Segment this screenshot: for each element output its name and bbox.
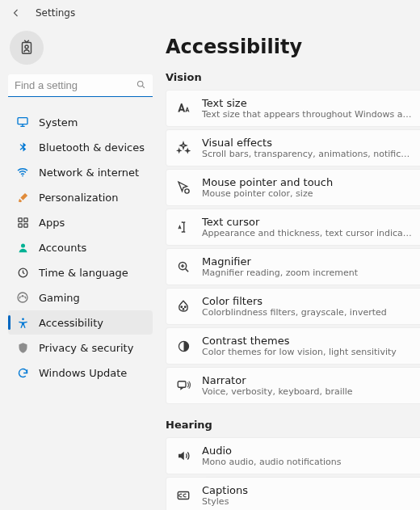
back-arrow-icon bbox=[11, 8, 21, 18]
search-input[interactable] bbox=[8, 74, 153, 97]
wifi-icon bbox=[16, 166, 29, 179]
svg-point-11 bbox=[18, 293, 27, 302]
sidebar-item-bluetooth[interactable]: Bluetooth & devices bbox=[8, 135, 153, 159]
card-subtitle: Appearance and thickness, text cursor in… bbox=[202, 228, 412, 238]
titlebar: Settings bbox=[0, 0, 420, 26]
sidebar-item-label: Accessibility bbox=[39, 317, 103, 329]
sidebar-item-accessibility[interactable]: Accessibility bbox=[8, 310, 153, 335]
card-title: Visual effects bbox=[202, 137, 412, 150]
card-title: Audio bbox=[202, 445, 341, 457]
svg-rect-5 bbox=[18, 217, 21, 221]
sidebar-item-label: Network & internet bbox=[39, 166, 139, 179]
svg-point-15 bbox=[181, 306, 183, 308]
sidebar-item-label: Privacy & security bbox=[39, 342, 133, 354]
card-captions[interactable]: Captions Styles bbox=[166, 477, 420, 510]
card-visual-effects[interactable]: Visual effects Scroll bars, transparency… bbox=[166, 129, 420, 166]
card-contrast-themes[interactable]: Contrast themes Color themes for low vis… bbox=[166, 327, 420, 365]
card-subtitle: Colorblindness filters, grayscale, inver… bbox=[202, 307, 387, 318]
sidebar-item-apps[interactable]: Apps bbox=[8, 210, 153, 234]
svg-point-16 bbox=[185, 306, 187, 308]
card-title: Narrator bbox=[202, 374, 353, 387]
sidebar-item-label: Apps bbox=[39, 217, 65, 229]
mouse-pointer-icon bbox=[176, 180, 191, 195]
sidebar-item-privacy[interactable]: Privacy & security bbox=[8, 335, 153, 360]
sidebar: System Bluetooth & devices Network & int… bbox=[0, 26, 158, 510]
sidebar-item-label: Bluetooth & devices bbox=[39, 141, 145, 154]
sidebar-item-accounts[interactable]: Accounts bbox=[8, 235, 153, 259]
svg-rect-3 bbox=[18, 118, 27, 124]
svg-point-13 bbox=[185, 189, 189, 193]
card-narrator[interactable]: Narrator Voice, verbosity, keyboard, bra… bbox=[166, 367, 420, 404]
sidebar-item-label: System bbox=[39, 116, 78, 129]
card-subtitle: Mouse pointer color, size bbox=[202, 188, 333, 199]
sidebar-item-network[interactable]: Network & internet bbox=[8, 160, 153, 184]
sidebar-item-system[interactable]: System bbox=[8, 110, 153, 134]
sidebar-item-label: Personalization bbox=[39, 192, 119, 204]
text-cursor-icon bbox=[176, 220, 191, 234]
section-label-hearing: Hearing bbox=[166, 419, 420, 431]
paintbrush-icon bbox=[16, 191, 29, 204]
search-box[interactable] bbox=[8, 74, 153, 97]
card-subtitle: Color themes for low vision, light sensi… bbox=[202, 347, 397, 357]
accessibility-icon bbox=[16, 316, 29, 329]
card-audio[interactable]: Audio Mono audio, audio notifications bbox=[166, 437, 420, 474]
card-title: Mouse pointer and touch bbox=[202, 176, 333, 189]
svg-rect-8 bbox=[23, 223, 27, 226]
nav: System Bluetooth & devices Network & int… bbox=[8, 110, 153, 385]
bluetooth-icon bbox=[16, 141, 29, 154]
apps-icon bbox=[16, 216, 29, 229]
card-title: Magnifier bbox=[202, 255, 358, 268]
clock-globe-icon bbox=[16, 266, 29, 279]
sidebar-item-time-language[interactable]: Time & language bbox=[8, 260, 153, 285]
sidebar-item-label: Time & language bbox=[39, 267, 128, 279]
svg-point-1 bbox=[25, 45, 28, 48]
card-title: Color filters bbox=[202, 295, 387, 308]
gaming-icon bbox=[16, 291, 29, 304]
cards-hearing: Audio Mono audio, audio notifications Ca… bbox=[166, 437, 420, 510]
sidebar-item-label: Gaming bbox=[39, 292, 80, 304]
card-subtitle: Styles bbox=[202, 496, 248, 507]
sidebar-item-label: Windows Update bbox=[39, 367, 127, 379]
section-label-vision: Vision bbox=[166, 71, 420, 83]
sidebar-item-personalization[interactable]: Personalization bbox=[8, 185, 153, 209]
svg-point-12 bbox=[22, 318, 24, 320]
back-button[interactable] bbox=[6, 3, 26, 23]
card-subtitle: Scroll bars, transparency, animations, n… bbox=[202, 149, 412, 159]
avatar[interactable] bbox=[10, 31, 44, 65]
svg-point-4 bbox=[22, 175, 23, 177]
card-subtitle: Text size that appears throughout Window… bbox=[202, 109, 412, 120]
content: Accessibility Vision Text size Text size… bbox=[158, 26, 420, 510]
page-title: Accessibility bbox=[166, 36, 420, 58]
avatar-icon bbox=[18, 39, 36, 57]
window-title: Settings bbox=[36, 7, 75, 19]
card-title: Text cursor bbox=[202, 216, 412, 229]
update-icon bbox=[16, 366, 29, 379]
card-color-filters[interactable]: Color filters Colorblindness filters, gr… bbox=[166, 288, 420, 325]
card-text-cursor[interactable]: Text cursor Appearance and thickness, te… bbox=[166, 209, 420, 246]
audio-icon bbox=[176, 449, 191, 463]
card-text-size[interactable]: Text size Text size that appears through… bbox=[166, 90, 420, 127]
svg-rect-7 bbox=[18, 223, 21, 226]
cards-vision: Text size Text size that appears through… bbox=[166, 90, 420, 404]
card-mouse-pointer[interactable]: Mouse pointer and touch Mouse pointer co… bbox=[166, 169, 420, 206]
card-subtitle: Mono audio, audio notifications bbox=[202, 457, 341, 467]
card-subtitle: Magnifier reading, zoom increment bbox=[202, 268, 358, 278]
svg-rect-6 bbox=[23, 217, 27, 221]
visual-effects-icon bbox=[176, 141, 191, 155]
card-title: Contrast themes bbox=[202, 335, 397, 348]
svg-point-17 bbox=[183, 309, 184, 310]
narrator-icon bbox=[176, 378, 191, 393]
shield-icon bbox=[16, 341, 29, 354]
svg-rect-19 bbox=[178, 381, 186, 388]
text-size-icon bbox=[176, 101, 191, 116]
sidebar-item-gaming[interactable]: Gaming bbox=[8, 285, 153, 310]
magnifier-icon bbox=[176, 259, 191, 274]
card-title: Text size bbox=[202, 97, 412, 110]
system-icon bbox=[16, 116, 29, 129]
color-filters-icon bbox=[176, 299, 191, 314]
sidebar-item-windows-update[interactable]: Windows Update bbox=[8, 360, 153, 385]
contrast-icon bbox=[176, 339, 191, 353]
captions-icon bbox=[176, 488, 191, 503]
accounts-icon bbox=[16, 241, 29, 254]
card-magnifier[interactable]: Magnifier Magnifier reading, zoom increm… bbox=[166, 248, 420, 285]
